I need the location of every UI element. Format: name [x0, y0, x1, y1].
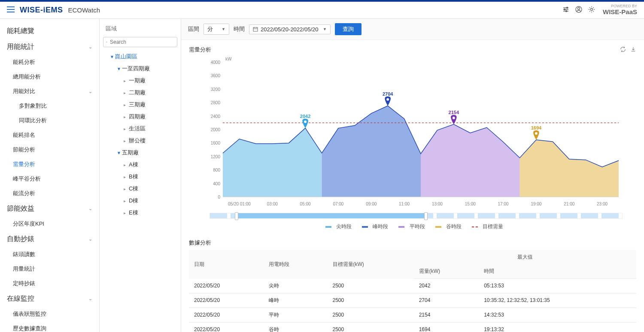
col-demand: 需量(kW)	[414, 264, 479, 279]
chevron-right-icon: ▸	[124, 199, 129, 203]
sidebar-item[interactable]: 自動抄錶⌄	[0, 231, 99, 247]
sidebar-item[interactable]: 同環比分析	[0, 113, 99, 128]
sidebar-nav: 能耗總覽用能統計⌄能耗分析總用能分析用能対比⌄多對象對比同環比分析能耗排名節能分…	[0, 19, 100, 332]
tree-item[interactable]: ▸一期廠	[103, 75, 177, 87]
table-row: 2022/05/20尖時2500204205:13:53	[189, 279, 636, 293]
svg-text:2042: 2042	[300, 114, 310, 119]
sidebar-item[interactable]: 用能対比⌄	[0, 84, 99, 99]
sidebar-item[interactable]: 用量統計	[0, 262, 99, 276]
legend-item: 峰時段	[358, 223, 388, 229]
time-range-slider[interactable]	[210, 213, 623, 219]
svg-point-1	[564, 9, 565, 10]
svg-point-2	[565, 11, 567, 12]
chevron-right-icon: ▸	[124, 91, 129, 95]
chevron-right-icon: ▸	[124, 127, 129, 131]
chevron-right-icon: ▸	[124, 163, 129, 167]
sidebar-item[interactable]: 定時抄錶	[0, 276, 99, 291]
sidebar-item[interactable]: 用能統計⌄	[0, 39, 99, 55]
sidebar-item[interactable]: 能耗總覽	[0, 23, 99, 39]
tree-item[interactable]: ▼崑山園區	[103, 51, 177, 63]
table-row: 2022/05/20谷時2500169419:13:32	[189, 322, 636, 332]
tree-item[interactable]: ▸C棟	[103, 183, 177, 195]
legend-item: 尖時段	[322, 223, 352, 229]
sidebar-item[interactable]: 節能分析	[0, 142, 99, 157]
region-label: 區域	[103, 23, 177, 37]
svg-text:07:00: 07:00	[333, 202, 343, 206]
svg-text:0: 0	[218, 195, 220, 199]
svg-text:19:00: 19:00	[531, 202, 541, 206]
demand-chart: 040080012001600200024002800320036004000k…	[189, 55, 636, 211]
svg-text:1600: 1600	[211, 141, 221, 145]
powered-by: POWERED BY WISE-PaaS	[603, 4, 637, 15]
chevron-down-icon: ▼	[117, 66, 122, 71]
gear-icon[interactable]	[588, 6, 595, 14]
sidebar-item[interactable]: 錶頭讀數	[0, 247, 99, 262]
sidebar-item[interactable]: 歷史數據查詢	[0, 321, 99, 332]
search-input[interactable]	[103, 37, 177, 47]
svg-text:05/20 01:00: 05/20 01:00	[228, 202, 251, 206]
download-icon[interactable]	[630, 46, 636, 54]
tree-item[interactable]: ▼一至四期廠	[103, 63, 177, 75]
query-button[interactable]: 查詢	[335, 23, 361, 35]
chevron-right-icon: ▸	[124, 175, 129, 179]
sidebar-item[interactable]: 能耗分析	[0, 55, 99, 69]
refresh-icon[interactable]	[620, 46, 626, 54]
app-name: ECOWatch	[68, 6, 100, 14]
svg-text:2704: 2704	[383, 91, 393, 97]
sidebar-item[interactable]: 多對象對比	[0, 99, 99, 113]
menu-toggle-icon[interactable]	[7, 6, 15, 14]
sidebar-item[interactable]: 峰平谷分析	[0, 172, 99, 186]
col-time: 時間	[479, 264, 636, 279]
tree-item[interactable]: ▸生活區	[103, 123, 177, 135]
user-icon[interactable]	[575, 6, 582, 14]
svg-text:1200: 1200	[211, 154, 221, 159]
tree-item[interactable]: ▸三期廠	[103, 99, 177, 111]
svg-text:4000: 4000	[211, 60, 221, 65]
sidebar-item[interactable]: 能耗排名	[0, 128, 99, 142]
tree-item[interactable]: ▸B棟	[103, 171, 177, 183]
tree-item[interactable]: ▸二期廠	[103, 87, 177, 99]
svg-text:400: 400	[213, 181, 220, 186]
time-label: 時間	[234, 25, 245, 33]
slider-icon[interactable]	[562, 6, 569, 14]
svg-point-36	[386, 98, 389, 101]
interval-select[interactable]: 分 ▼	[204, 24, 229, 35]
chevron-down-icon: ⌄	[88, 89, 92, 94]
toolbar: 區間 分 ▼ 時間 2022/05/20-2022/05/20 ▼ 查詢	[181, 19, 644, 40]
svg-text:03:00: 03:00	[267, 202, 278, 206]
header: WISE-iEMS ECOWatch POWERED BY WISE-PaaS	[0, 2, 644, 19]
search-field[interactable]	[110, 39, 174, 45]
sidebar-item[interactable]: 分区年度KPI	[0, 217, 99, 231]
date-range-select[interactable]: 2022/05/20-2022/05/20 ▼	[249, 24, 331, 34]
chevron-down-icon: ⌄	[88, 206, 92, 211]
svg-text:800: 800	[213, 168, 220, 172]
tree-item[interactable]: ▸辦公樓	[103, 135, 177, 147]
tree-item[interactable]: ▸D棟	[103, 195, 177, 207]
tree-item[interactable]: ▸四期廠	[103, 111, 177, 123]
svg-point-5	[590, 9, 592, 11]
data-table: 日期 用電時段 目標需量(kW) 最大值 需量(kW) 時間 2022/05/2…	[189, 250, 636, 332]
sidebar-item[interactable]: 總用能分析	[0, 69, 99, 84]
svg-point-34	[304, 121, 307, 123]
sidebar-item[interactable]: 儀表狀態監控	[0, 307, 99, 321]
col-period: 用電時段	[264, 250, 328, 279]
sidebar-item[interactable]: 能流分析	[0, 186, 99, 201]
svg-text:2400: 2400	[211, 114, 221, 119]
tree-item[interactable]: ▸A棟	[103, 159, 177, 171]
tree-item[interactable]: ▸E棟	[103, 207, 177, 219]
sidebar-item[interactable]: 在線監控⌄	[0, 291, 99, 307]
region-tree-panel: 區域 ▼崑山園區▼一至四期廠▸一期廠▸二期廠▸三期廠▸四期廠▸生活區▸辦公樓▼五…	[100, 19, 181, 332]
sidebar-item[interactable]: 需量分析	[0, 157, 99, 172]
chevron-down-icon: ⌄	[88, 236, 92, 242]
chevron-right-icon: ▸	[124, 103, 129, 107]
chevron-right-icon: ▸	[124, 139, 129, 143]
svg-text:kW: kW	[225, 57, 232, 61]
svg-rect-7	[253, 27, 258, 31]
tree-item[interactable]: ▼五期廠	[103, 147, 177, 159]
svg-text:21:00: 21:00	[564, 202, 574, 206]
svg-point-40	[535, 132, 538, 135]
chevron-down-icon: ▼	[219, 27, 225, 31]
svg-point-6	[106, 42, 107, 42]
sidebar-item[interactable]: 節能效益⌄	[0, 201, 99, 217]
chevron-down-icon: ▼	[117, 151, 122, 155]
